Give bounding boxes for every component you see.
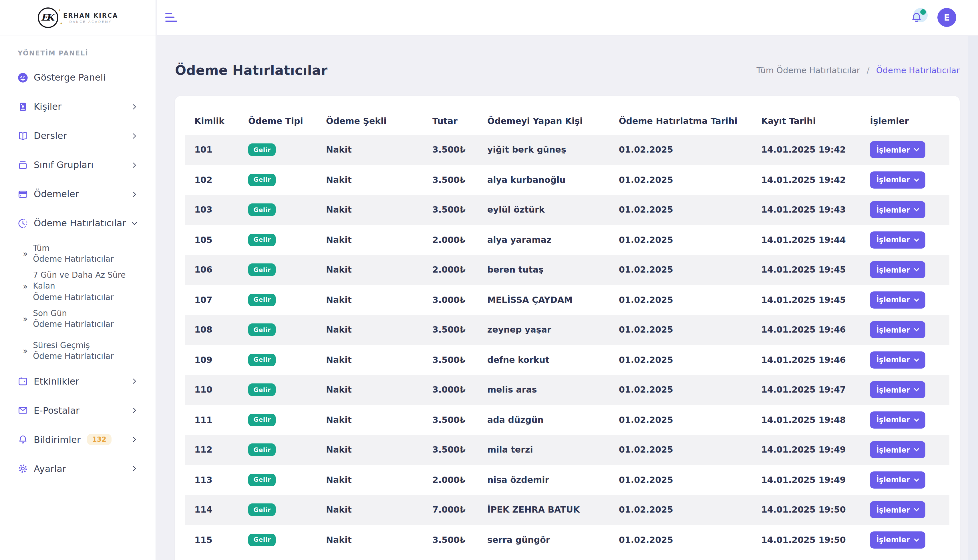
- table-row: 103GelirNakit3.500₺eylül öztürk01.02.202…: [185, 195, 950, 225]
- table-row: 112GelirNakit3.500₺mila terzi01.02.20251…: [185, 435, 950, 465]
- islemler-dropdown-button[interactable]: İşlemler: [870, 382, 925, 398]
- cell-payment-method: Nakit: [326, 175, 432, 185]
- cell-id: 101: [194, 145, 248, 155]
- islemler-dropdown-button[interactable]: İşlemler: [870, 232, 925, 248]
- chevron-right-icon: [130, 407, 139, 415]
- islemler-button-label: İşlemler: [876, 266, 910, 274]
- cell-payment-method: Nakit: [326, 235, 432, 245]
- islemler-dropdown-button[interactable]: İşlemler: [870, 142, 925, 158]
- table-row: 113GelirNakit2.000₺nisa özdemir01.02.202…: [185, 465, 950, 495]
- cell-payer: beren tutaş: [487, 265, 619, 275]
- sidebar-item-label: Sınıf Grupları: [34, 160, 94, 170]
- cell-id: 111: [194, 415, 248, 425]
- scrollbar[interactable]: [968, 36, 978, 560]
- cell-payer: İPEK ZEHRA BATUK: [487, 505, 619, 515]
- sidebar-item-dersler[interactable]: Dersler: [0, 121, 155, 150]
- column-header: Kayıt Tarihi: [761, 116, 870, 126]
- cell-id: 106: [194, 265, 248, 275]
- cell-created-date: 14.01.2025 19:50: [761, 535, 870, 545]
- chevron-down-icon: [914, 448, 919, 452]
- sparkle-icon: ✦: [58, 8, 61, 12]
- notifications-count-badge: 132: [87, 434, 112, 445]
- table-row: 107GelirNakit3.000₺MELİSSA ÇAYDAM01.02.2…: [185, 285, 950, 315]
- cell-amount: 3.500₺: [432, 205, 487, 215]
- cell-id: 113: [194, 475, 248, 485]
- chevron-right-icon: [130, 377, 139, 385]
- sidebar-item-label: Dersler: [34, 130, 67, 141]
- sidebar-subitem-s-resi-ge-mi[interactable]: »Süresi GeçmişÖdeme Hatırlatıcılar: [0, 335, 155, 367]
- cell-remind-date: 01.02.2025: [619, 385, 761, 395]
- brand-tagline: DANCE ACADEMY: [63, 20, 118, 23]
- user-avatar[interactable]: E: [937, 8, 956, 27]
- cell-payer: yiğit berk güneş: [487, 145, 619, 155]
- menu-toggle-button[interactable]: [162, 10, 181, 25]
- chevron-down-icon: [914, 388, 919, 392]
- sidebar-item-label: Bildirimler: [34, 434, 81, 445]
- cell-payer: alya kurbanoğlu: [487, 175, 619, 185]
- cell-created-date: 14.01.2025 19:49: [761, 475, 870, 485]
- cell-created-date: 14.01.2025 19:42: [761, 145, 870, 155]
- table-row: 110GelirNakit3.000₺melis aras01.02.20251…: [185, 375, 950, 405]
- cell-remind-date: 01.02.2025: [619, 505, 761, 515]
- sidebar-item-demeler[interactable]: Ödemeler: [0, 180, 155, 208]
- islemler-dropdown-button[interactable]: İşlemler: [870, 412, 925, 428]
- cell-payer: nisa özdemir: [487, 475, 619, 485]
- sidebar-item-e-postalar[interactable]: E-Postalar: [0, 396, 155, 425]
- cell-amount: 7.000₺: [432, 505, 487, 515]
- cell-payment-method: Nakit: [326, 145, 432, 155]
- cell-amount: 3.000₺: [432, 295, 487, 305]
- chevron-down-icon: [914, 418, 919, 422]
- islemler-dropdown-button[interactable]: İşlemler: [870, 202, 925, 218]
- status-badge: Gelir: [248, 234, 276, 246]
- cell-id: 108: [194, 325, 248, 335]
- chevron-down-icon: [914, 538, 919, 542]
- islemler-dropdown-button[interactable]: İşlemler: [870, 262, 925, 278]
- islemler-dropdown-button[interactable]: İşlemler: [870, 472, 925, 488]
- islemler-dropdown-button[interactable]: İşlemler: [870, 502, 925, 518]
- sidebar-item-deme-hat-rlat-c-lar[interactable]: Ödeme Hatırlatıcılar: [0, 208, 155, 238]
- cell-payer: eylül öztürk: [487, 205, 619, 215]
- cell-remind-date: 01.02.2025: [619, 205, 761, 215]
- sidebar: EK ✦ ✦ ERHAN KIRCA DANCE ACADEMY YÖNETİM…: [0, 0, 156, 560]
- cell-id: 103: [194, 205, 248, 215]
- sidebar-item-ki-iler[interactable]: Kişiler: [0, 92, 155, 121]
- content: Ödeme Hatırlatıcılar Tüm Ödeme Hatırlatı…: [157, 35, 978, 560]
- islemler-dropdown-button[interactable]: İşlemler: [870, 352, 925, 368]
- double-chevron-icon: »: [23, 346, 28, 355]
- sidebar-subitem-t-m[interactable]: »TümÖdeme Hatırlatıcılar: [0, 238, 155, 270]
- islemler-dropdown-button[interactable]: İşlemler: [870, 532, 925, 548]
- notifications-button[interactable]: [910, 10, 925, 25]
- topbar: E: [157, 0, 978, 35]
- sidebar-item-bildirimler[interactable]: Bildirimler132: [0, 425, 155, 454]
- cell-payer: mila terzi: [487, 445, 619, 455]
- table-row: 114GelirNakit7.000₺İPEK ZEHRA BATUK01.02…: [185, 495, 950, 525]
- sidebar-subitem-son-g-n[interactable]: »Son GünÖdeme Hatırlatıcılar: [0, 303, 155, 335]
- table-row: 115GelirNakit3.500₺serra güngör01.02.202…: [185, 525, 950, 555]
- islemler-dropdown-button[interactable]: İşlemler: [870, 292, 925, 308]
- column-header: Ödemeyi Yapan Kişi: [487, 116, 619, 126]
- sidebar-item-ayarlar[interactable]: Ayarlar: [0, 454, 155, 483]
- islemler-dropdown-button[interactable]: İşlemler: [870, 322, 925, 338]
- islemler-button-label: İşlemler: [876, 386, 910, 394]
- column-header: İşlemler: [870, 116, 945, 126]
- cell-created-date: 14.01.2025 19:44: [761, 235, 870, 245]
- sidebar-item-s-n-f-gruplar[interactable]: Sınıf Grupları: [0, 150, 155, 180]
- cell-amount: 2.000₺: [432, 265, 487, 275]
- islemler-dropdown-button[interactable]: İşlemler: [870, 172, 925, 188]
- sidebar-subitem-7-g-n-ve-daha-az-s-re-kalan[interactable]: »7 Gün ve Daha Az Süre KalanÖdeme Hatırl…: [0, 270, 155, 303]
- book-icon: [17, 130, 28, 142]
- sidebar-item-label: Kişiler: [34, 101, 62, 112]
- chevron-right-icon: [130, 190, 139, 198]
- islemler-dropdown-button[interactable]: İşlemler: [870, 442, 925, 458]
- sidebar-item-etkinlikler[interactable]: Etkinlikler: [0, 367, 155, 396]
- brand-logo[interactable]: EK ✦ ✦ ERHAN KIRCA DANCE ACADEMY: [0, 0, 155, 35]
- islemler-button-label: İşlemler: [876, 506, 910, 514]
- islemler-button-label: İşlemler: [876, 416, 910, 424]
- islemler-button-label: İşlemler: [876, 206, 910, 214]
- chevron-down-icon: [914, 328, 919, 332]
- cell-payer: ada düzgün: [487, 415, 619, 425]
- breadcrumb-link[interactable]: Tüm Ödeme Hatırlatıcılar: [757, 66, 860, 75]
- sidebar-item-g-sterge-paneli[interactable]: Gösterge Paneli: [0, 63, 155, 92]
- sidebar-section-label: YÖNETİM PANELİ: [18, 49, 155, 57]
- table-header-row: KimlikÖdeme TipiÖdeme ŞekliTutarÖdemeyi …: [185, 107, 950, 135]
